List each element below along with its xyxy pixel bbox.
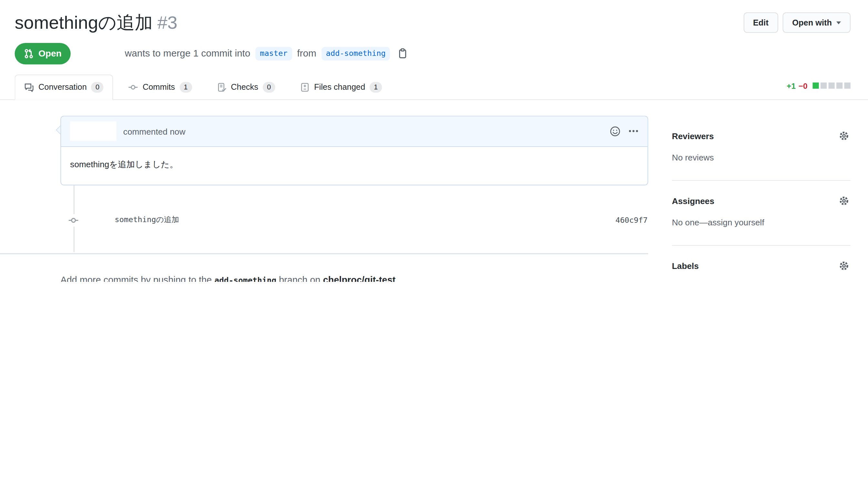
timeline-divider (0, 253, 648, 254)
tab-files-changed[interactable]: Files changed 1 (290, 74, 392, 100)
git-commit-icon (128, 82, 138, 92)
page-title: somethingの追加#3 (15, 11, 177, 34)
tab-label: Checks (231, 82, 258, 93)
push-note-prefix: Add more commits by pushing to the (60, 274, 212, 282)
sidebar-title[interactable]: Labels (672, 261, 699, 271)
push-note-suffix: . (396, 274, 398, 282)
pr-state-badge: Open (15, 43, 71, 65)
head-branch-label[interactable]: add-something (321, 47, 390, 60)
commit-sha[interactable]: 460c9f7 (615, 215, 648, 224)
diffstat: +1 −0 (787, 81, 851, 90)
discussion-timeline: commented now (0, 100, 648, 282)
push-note-branch: add-something (214, 276, 276, 282)
tab-counter: 1 (370, 82, 382, 92)
push-note-repo: chelproc/git-test (323, 274, 396, 282)
pr-state-label: Open (38, 49, 62, 58)
redacted-author-name (70, 122, 117, 141)
pr-number: #3 (157, 13, 177, 33)
tab-counter: 0 (263, 82, 275, 92)
diffstat-block (844, 83, 851, 89)
diffstat-block (829, 83, 835, 89)
tab-checks[interactable]: Checks 0 (207, 74, 284, 100)
pr-tabbar: Conversation 0 Commits 1 Checks 0 (0, 74, 868, 100)
push-note-middle: branch on (279, 274, 320, 282)
pr-sidebar: Reviewers No reviews Assignees (672, 115, 851, 282)
commit-row: somethingの追加 460c9f7 (0, 215, 648, 225)
commit-message[interactable]: somethingの追加 (114, 215, 179, 225)
tab-counter: 1 (179, 82, 192, 92)
checklist-icon (217, 82, 226, 92)
meta-prefix: wants to merge 1 commit into (125, 48, 251, 59)
git-commit-icon (68, 214, 79, 227)
diffstat-block (837, 83, 843, 89)
tab-counter: 0 (91, 82, 104, 92)
sidebar-value: No reviews (672, 151, 851, 163)
sidebar-value: None yet (672, 281, 851, 282)
diffstat-deletions: −0 (799, 81, 808, 90)
sidebar-section-reviewers: Reviewers No reviews (672, 115, 851, 180)
open-with-button[interactable]: Open with (783, 13, 851, 33)
pr-meta: wants to merge 1 commit into master from… (125, 47, 408, 60)
timeline-commits: somethingの追加 460c9f7 (0, 185, 648, 253)
tab-label: Conversation (38, 82, 87, 93)
base-branch-label[interactable]: master (255, 47, 292, 60)
comment-header-text: commented now (123, 127, 186, 136)
clipboard-icon[interactable] (398, 48, 408, 59)
kebab-horizontal-icon[interactable] (629, 126, 639, 136)
diffstat-block (821, 83, 827, 89)
gear-icon[interactable] (839, 130, 849, 141)
sidebar-title[interactable]: Assignees (672, 196, 714, 206)
pr-description-comment: commented now (60, 115, 648, 185)
diffstat-additions: +1 (787, 81, 796, 90)
diffstat-block (813, 83, 819, 89)
git-pull-request-icon (24, 49, 34, 59)
file-diff-icon (300, 82, 310, 92)
pull-request-page: somethingの追加#3 Edit Open with Open wan (0, 0, 868, 282)
open-with-label: Open with (792, 17, 832, 29)
push-note: Add more commits by pushing to the add-s… (60, 274, 648, 282)
pr-header: somethingの追加#3 Edit Open with Open wan (0, 0, 868, 65)
tab-label: Files changed (314, 82, 365, 93)
edit-button[interactable]: Edit (743, 13, 778, 33)
gear-icon[interactable] (839, 260, 849, 271)
comment-discussion-icon (24, 82, 34, 92)
comment-header: commented now (61, 116, 648, 147)
sidebar-value: No one—assign yourself (672, 216, 851, 228)
chevron-down-icon (837, 21, 841, 24)
sidebar-section-labels: Labels None yet (672, 246, 851, 282)
pr-title-text: somethingの追加 (15, 13, 153, 33)
sidebar-title[interactable]: Reviewers (672, 131, 714, 141)
tab-conversation[interactable]: Conversation 0 (15, 74, 113, 100)
tab-label: Commits (143, 82, 175, 93)
meta-middle: from (297, 48, 316, 59)
gear-icon[interactable] (839, 195, 849, 206)
sidebar-section-assignees: Assignees No one—assign yourself (672, 181, 851, 246)
tab-commits[interactable]: Commits 1 (119, 74, 202, 100)
comment-body: somethingを追加しました。 (61, 147, 648, 185)
smiley-icon[interactable] (610, 126, 620, 136)
